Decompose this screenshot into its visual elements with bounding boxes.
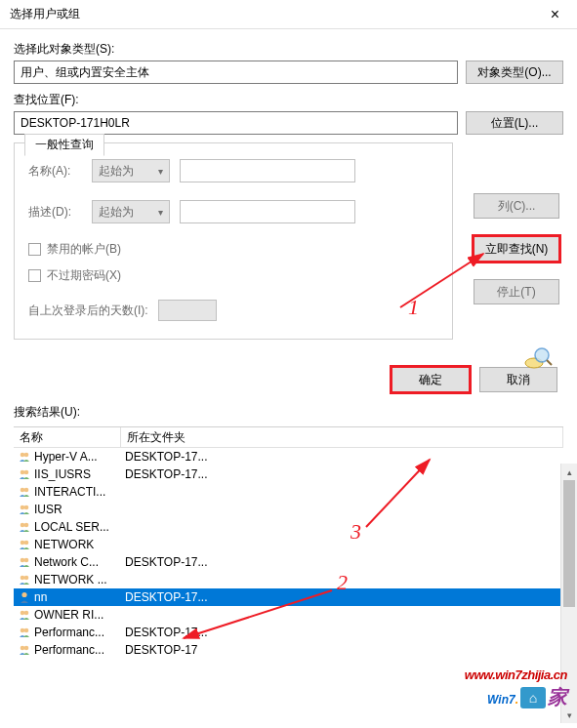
days-since-login-input[interactable] bbox=[158, 300, 217, 321]
tab-common-queries[interactable]: 一般性查询 bbox=[24, 134, 104, 156]
name-query-input[interactable] bbox=[180, 159, 355, 182]
row-folder: DESKTOP-17... bbox=[125, 590, 207, 604]
find-now-button[interactable]: 立即查找(N) bbox=[474, 236, 559, 262]
object-types-button[interactable]: 对象类型(O)... bbox=[466, 61, 563, 84]
svg-point-4 bbox=[21, 488, 25, 493]
chevron-down-icon: ▾ bbox=[158, 207, 163, 218]
table-row[interactable]: nnDESKTOP-17... bbox=[14, 588, 563, 606]
group-icon bbox=[18, 643, 31, 657]
user-icon bbox=[18, 590, 31, 604]
svg-point-21 bbox=[21, 646, 25, 651]
svg-point-5 bbox=[24, 488, 29, 493]
group-icon bbox=[18, 573, 31, 586]
row-name: Hyper-V A... bbox=[34, 450, 98, 464]
scroll-down-button[interactable]: ▾ bbox=[561, 707, 577, 723]
svg-point-13 bbox=[24, 558, 29, 563]
table-row[interactable]: OWNER RI... bbox=[14, 606, 563, 624]
row-folder: DESKTOP-17 bbox=[125, 643, 197, 657]
location-label: 查找位置(F): bbox=[14, 92, 563, 108]
group-icon bbox=[18, 538, 31, 551]
vertical-scrollbar[interactable]: ▴ ▾ bbox=[560, 464, 577, 723]
table-row[interactable]: LOCAL SER... bbox=[14, 518, 563, 536]
svg-point-0 bbox=[21, 453, 25, 458]
row-name: OWNER RI... bbox=[34, 608, 103, 622]
svg-point-24 bbox=[535, 348, 549, 362]
location-input[interactable] bbox=[14, 111, 458, 135]
row-folder: DESKTOP-17... bbox=[125, 467, 207, 481]
table-row[interactable]: IUSR bbox=[14, 501, 563, 518]
svg-point-14 bbox=[21, 576, 25, 581]
row-name: Network C... bbox=[34, 555, 99, 569]
row-name: IUSR bbox=[34, 503, 62, 516]
row-name: NETWORK bbox=[34, 538, 94, 551]
row-folder: DESKTOP-17... bbox=[125, 626, 207, 639]
svg-point-17 bbox=[21, 611, 25, 616]
table-row[interactable]: Performanc...DESKTOP-17... bbox=[14, 624, 563, 641]
table-row[interactable]: Hyper-V A...DESKTOP-17... bbox=[14, 448, 563, 465]
group-icon bbox=[18, 555, 31, 569]
svg-point-19 bbox=[21, 628, 25, 633]
table-row[interactable]: NETWORK ... bbox=[14, 571, 563, 588]
columns-button[interactable]: 列(C)... bbox=[474, 193, 559, 219]
object-type-label: 选择此对象类型(S): bbox=[14, 41, 563, 58]
svg-point-16 bbox=[21, 592, 26, 597]
column-folder[interactable]: 所在文件夹 bbox=[121, 427, 563, 447]
group-icon bbox=[18, 520, 31, 534]
disabled-accounts-checkbox[interactable] bbox=[28, 243, 41, 256]
svg-point-11 bbox=[24, 541, 29, 546]
svg-point-12 bbox=[21, 558, 25, 563]
search-folder-icon bbox=[522, 345, 554, 374]
object-type-input[interactable] bbox=[14, 61, 458, 84]
svg-point-22 bbox=[24, 646, 29, 651]
table-row[interactable]: Performanc...DESKTOP-17 bbox=[14, 641, 563, 659]
svg-point-3 bbox=[24, 470, 29, 475]
svg-point-15 bbox=[24, 576, 29, 581]
svg-point-2 bbox=[21, 470, 25, 475]
days-since-login-label: 自上次登录后的天数(I): bbox=[28, 303, 148, 319]
table-row[interactable]: IIS_IUSRSDESKTOP-17... bbox=[14, 465, 563, 483]
row-folder: DESKTOP-17... bbox=[125, 450, 207, 464]
query-desc-label: 描述(D): bbox=[28, 204, 82, 221]
no-expire-label: 不过期密码(X) bbox=[47, 267, 121, 284]
group-icon bbox=[18, 450, 31, 464]
close-button[interactable]: × bbox=[543, 4, 567, 25]
search-results-label: 搜索结果(U): bbox=[14, 404, 563, 421]
row-name: IIS_IUSRS bbox=[34, 467, 91, 481]
no-expire-checkbox[interactable] bbox=[28, 269, 41, 282]
query-name-label: 名称(A): bbox=[28, 163, 82, 180]
svg-point-9 bbox=[24, 523, 29, 528]
locations-button[interactable]: 位置(L)... bbox=[466, 111, 563, 135]
results-table: 名称 所在文件夹 Hyper-V A...DESKTOP-17...IIS_IU… bbox=[14, 426, 563, 684]
table-row[interactable]: INTERACTI... bbox=[14, 483, 563, 501]
svg-point-10 bbox=[21, 541, 25, 546]
row-name: NETWORK ... bbox=[34, 573, 107, 586]
desc-query-input[interactable] bbox=[180, 200, 355, 223]
disabled-accounts-label: 禁用的帐户(B) bbox=[47, 241, 121, 258]
svg-line-25 bbox=[547, 360, 552, 365]
table-header: 名称 所在文件夹 bbox=[14, 427, 563, 448]
group-icon bbox=[18, 626, 31, 639]
table-row[interactable]: Network C...DESKTOP-17... bbox=[14, 553, 563, 571]
name-match-combo[interactable]: 起始为 ▾ bbox=[92, 159, 170, 182]
svg-point-20 bbox=[24, 628, 29, 633]
row-folder: DESKTOP-17... bbox=[125, 555, 207, 569]
scroll-thumb[interactable] bbox=[563, 480, 575, 607]
column-name[interactable]: 名称 bbox=[14, 427, 121, 447]
desc-match-combo[interactable]: 起始为 ▾ bbox=[92, 200, 170, 223]
table-row[interactable]: NETWORK bbox=[14, 536, 563, 553]
window-title: 选择用户或组 bbox=[10, 6, 80, 22]
group-icon bbox=[18, 467, 31, 481]
row-name: LOCAL SER... bbox=[34, 520, 109, 534]
row-name: Performanc... bbox=[34, 626, 104, 639]
svg-point-1 bbox=[24, 453, 29, 458]
titlebar: 选择用户或组 × bbox=[0, 0, 577, 29]
group-icon bbox=[18, 485, 31, 499]
svg-point-7 bbox=[24, 506, 29, 510]
group-icon bbox=[18, 503, 31, 516]
row-name: Performanc... bbox=[34, 643, 104, 657]
row-name: INTERACTI... bbox=[34, 485, 105, 499]
stop-button[interactable]: 停止(T) bbox=[474, 279, 559, 304]
svg-point-8 bbox=[21, 523, 25, 528]
ok-button[interactable]: 确定 bbox=[392, 367, 470, 392]
scroll-up-button[interactable]: ▴ bbox=[561, 464, 577, 480]
